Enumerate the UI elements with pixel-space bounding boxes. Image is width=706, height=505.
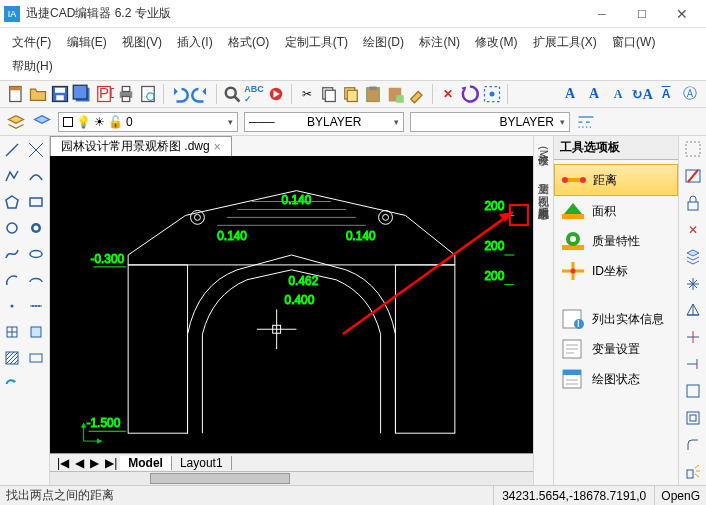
palette-item-distance[interactable]: 距离 (554, 164, 678, 196)
layout-nav-next[interactable]: ▶ (87, 456, 102, 470)
palette-item-status[interactable]: 绘图状态 (554, 364, 678, 394)
menu-window[interactable]: 窗口(W) (606, 30, 661, 54)
layer-on-icon[interactable]: ✕ (683, 221, 703, 240)
ellipse-arc-icon[interactable] (26, 270, 46, 290)
rectangle-icon[interactable] (26, 192, 46, 212)
text-height-icon[interactable]: A (584, 84, 604, 104)
match-props-icon[interactable] (407, 84, 427, 104)
print-preview-icon[interactable] (138, 84, 158, 104)
arc3pt-icon[interactable] (26, 166, 46, 186)
menu-custom-tools[interactable]: 定制工具(T) (279, 30, 354, 54)
close-button[interactable]: ✕ (662, 1, 702, 27)
layout-nav-last[interactable]: ▶| (102, 456, 120, 470)
trim-icon[interactable] (683, 328, 703, 347)
menu-file[interactable]: 文件(F) (6, 30, 57, 54)
text-explode-icon[interactable]: Ⓐ (680, 84, 700, 104)
new-file-icon[interactable] (6, 84, 26, 104)
drawing-canvas[interactable]: 0.140 0.140 0.140 -0.300 -1.500 0.462 0.… (50, 156, 533, 453)
paste-block-icon[interactable] (385, 84, 405, 104)
break-icon[interactable] (683, 382, 703, 401)
revert-icon[interactable] (2, 374, 22, 394)
layer-lock-icon[interactable] (683, 194, 703, 213)
menu-view[interactable]: 视图(V) (116, 30, 168, 54)
menu-edit[interactable]: 编辑(E) (61, 30, 113, 54)
redo-icon[interactable] (191, 84, 211, 104)
palette-item-list[interactable]: i 列出实体信息 (554, 304, 678, 334)
undo-icon[interactable] (169, 84, 189, 104)
horizontal-scrollbar[interactable] (50, 471, 533, 485)
layout-tab-layout1[interactable]: Layout1 (172, 456, 232, 470)
ellipse-icon[interactable] (26, 244, 46, 264)
layout-tab-model[interactable]: Model (120, 456, 172, 470)
fillet-icon[interactable] (683, 435, 703, 454)
arc-icon[interactable] (2, 270, 22, 290)
palette-item-area[interactable]: 面积 (554, 196, 678, 226)
linetype-manager-icon[interactable] (576, 112, 596, 132)
text-style-icon[interactable]: A (560, 84, 580, 104)
layout-nav-prev[interactable]: ◀ (72, 456, 87, 470)
layer-isolate-icon[interactable] (683, 247, 703, 266)
menu-dimension[interactable]: 标注(N) (413, 30, 466, 54)
polyface-icon[interactable] (683, 301, 703, 320)
hatch-icon[interactable] (2, 348, 22, 368)
explode-icon[interactable] (683, 462, 703, 481)
close-tab-icon[interactable]: × (214, 140, 221, 154)
save-icon[interactable] (50, 84, 70, 104)
minimize-button[interactable]: ─ (582, 1, 622, 27)
circle-icon[interactable] (2, 218, 22, 238)
extend-icon[interactable] (683, 355, 703, 374)
donut-icon[interactable] (26, 218, 46, 238)
palette-item-massprops[interactable]: 质量特性 (554, 226, 678, 256)
menu-modify[interactable]: 修改(M) (469, 30, 523, 54)
menu-draw[interactable]: 绘图(D) (357, 30, 410, 54)
copy-icon[interactable] (319, 84, 339, 104)
linetype-combo-1[interactable]: ─── BYLAYER ▾ (244, 112, 404, 132)
spline-icon[interactable] (2, 244, 22, 264)
block-icon[interactable] (2, 322, 22, 342)
cut-icon[interactable]: ✂ (297, 84, 317, 104)
run-script-icon[interactable] (266, 84, 286, 104)
copy-base-icon[interactable] (341, 84, 361, 104)
xline-icon[interactable] (26, 140, 46, 160)
open-file-icon[interactable] (28, 84, 48, 104)
menu-help[interactable]: 帮助(H) (6, 54, 59, 78)
layer-combo[interactable]: 💡 ☀ 🔓 0 ▾ (58, 112, 238, 132)
side-tab-view[interactable]: 视图 (535, 181, 552, 193)
side-tab-modify[interactable]: 修改(M) (535, 140, 552, 169)
menu-ext-tools[interactable]: 扩展工具(X) (527, 30, 603, 54)
pdf-icon[interactable]: PDF (94, 84, 114, 104)
select-icon[interactable] (482, 84, 502, 104)
divide-icon[interactable] (26, 296, 46, 316)
text-scale-icon[interactable]: A (608, 84, 628, 104)
erase-icon[interactable]: ✕ (438, 84, 458, 104)
region-icon[interactable] (26, 348, 46, 368)
layer-freeze-icon[interactable] (683, 140, 703, 159)
save-all-icon[interactable] (72, 84, 92, 104)
paste-icon[interactable] (363, 84, 383, 104)
layout-nav-first[interactable]: |◀ (54, 456, 72, 470)
text-justify-icon[interactable]: A (656, 84, 676, 104)
find-icon[interactable] (222, 84, 242, 104)
polygon-icon[interactable] (2, 192, 22, 212)
join-icon[interactable] (683, 408, 703, 427)
status-mode[interactable]: OpenG (655, 489, 706, 503)
oops-icon[interactable] (460, 84, 480, 104)
linetype-combo-2[interactable]: BYLAYER ▾ (410, 112, 570, 132)
palette-item-id[interactable]: ID坐标 (554, 256, 678, 286)
side-tab-3dorbit[interactable]: 三维动态观察 (535, 193, 552, 205)
polyline-icon[interactable] (2, 166, 22, 186)
spellcheck-icon[interactable]: ABC✓ (244, 84, 264, 104)
print-icon[interactable] (116, 84, 136, 104)
line-icon[interactable] (2, 140, 22, 160)
layer-off-icon[interactable] (683, 167, 703, 186)
file-tab[interactable]: 园林设计常用景观桥图 .dwg × (50, 136, 232, 156)
menu-format[interactable]: 格式(O) (222, 30, 275, 54)
text-rotate-icon[interactable]: ↻A (632, 84, 652, 104)
pan-icon[interactable] (683, 274, 703, 293)
palette-item-setvar[interactable]: 变量设置 (554, 334, 678, 364)
insert-block-icon[interactable] (26, 322, 46, 342)
side-tab-measure[interactable]: 测量 (535, 169, 552, 181)
layer-manager-icon[interactable] (6, 112, 26, 132)
maximize-button[interactable]: ☐ (622, 1, 662, 27)
layer-prev-icon[interactable] (32, 112, 52, 132)
